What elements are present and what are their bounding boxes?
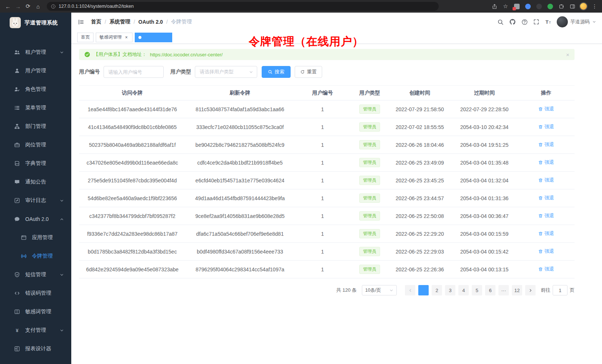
sidebar-item-dept[interactable]: 部门管理 (0, 117, 71, 136)
sidebar-item-sensitive-word[interactable]: 敏感词管理 (0, 302, 71, 321)
collapse-sidebar-icon[interactable] (78, 19, 84, 25)
page-button[interactable]: 12 (512, 285, 522, 295)
close-icon[interactable]: × (124, 35, 129, 40)
force-logout-button[interactable]: 强退 (538, 177, 554, 183)
font-size-icon[interactable]: TT (545, 19, 551, 25)
search-button[interactable]: 搜索 (262, 66, 291, 78)
force-logout-button[interactable]: 强退 (538, 230, 554, 237)
sidebar-item-report[interactable]: 报表设计器 (0, 340, 71, 358)
force-logout-button[interactable]: 强退 (538, 266, 554, 272)
extension-icon[interactable] (534, 2, 543, 11)
sidebar-item-audit-log[interactable]: 审计日志 (0, 191, 71, 210)
tab-token[interactable]: 令牌管理× (135, 33, 172, 42)
bookmark-star-icon[interactable]: ☆ (501, 2, 510, 11)
sidebar-item-app[interactable]: 应用管理 (0, 228, 71, 247)
user-id-input[interactable] (104, 66, 164, 78)
refresh-token-cell: 49d1aa46d1454fbd87591444423be9fa (186, 195, 294, 201)
breadcrumb-item[interactable]: 首页 (91, 19, 101, 25)
sidebar-item-post[interactable]: 岗位管理 (0, 136, 71, 154)
goto-page-input[interactable] (553, 285, 567, 295)
sidebar-item-label: 租户管理 (25, 49, 46, 56)
reset-button[interactable]: 重置 (295, 66, 322, 78)
page-button[interactable]: 5 (472, 285, 482, 295)
breadcrumb-item[interactable]: OAuth 2.0 (138, 19, 163, 25)
force-logout-button[interactable]: 强退 (538, 123, 554, 130)
sidebar-item-menu[interactable]: 菜单管理 (0, 99, 71, 117)
success-check-icon (84, 52, 90, 57)
next-page-button[interactable] (525, 285, 536, 295)
sidebar-item-dict[interactable]: 字典管理 (0, 154, 71, 173)
force-logout-button[interactable]: 强退 (538, 141, 554, 148)
trash-icon (538, 231, 543, 236)
sidebar-item-user[interactable]: 用户管理 (0, 62, 71, 80)
badge-icon (14, 142, 20, 148)
prev-page-button[interactable] (405, 285, 415, 295)
user-type-select[interactable]: 请选择用户类型 (195, 66, 257, 78)
force-logout-button[interactable]: 强退 (538, 212, 554, 219)
user-id-cell: 1 (294, 124, 351, 130)
list-icon (14, 105, 20, 111)
github-icon[interactable] (509, 19, 516, 25)
search-icon[interactable] (497, 19, 504, 25)
sidebar-item-token[interactable]: 令牌管理 (0, 247, 71, 265)
page-button[interactable]: 3 (445, 285, 455, 295)
browser-menu-icon[interactable]: ⋮ (590, 2, 599, 11)
sidebar-item-role[interactable]: 角色管理 (0, 80, 71, 99)
close-icon[interactable]: × (164, 35, 169, 40)
home-button[interactable]: ⌂ (33, 1, 43, 11)
chevron-down-icon (592, 20, 596, 24)
user-type-tag: 管理员 (359, 229, 380, 238)
site-info-icon[interactable] (51, 4, 56, 9)
sidebar-item-error-code[interactable]: 错误码管理 (0, 284, 71, 302)
extensions-puzzle-icon[interactable] (557, 2, 566, 11)
extension-icon[interactable] (512, 2, 521, 11)
table-row: 54d6be82ee5a460a9aedc1f9bf22365649d1aa46… (79, 189, 575, 207)
extension-icon[interactable] (523, 2, 532, 11)
refresh-token-cell: 9ce8ef2aa9f14056b831ae9b608e28d5 (186, 213, 294, 219)
pagination: 共 120 条10条/页123456···12前往页 (79, 285, 575, 295)
page-size-select[interactable]: 10条/页 (362, 285, 397, 295)
page-button[interactable]: 4 (458, 285, 469, 295)
share-icon[interactable] (490, 2, 499, 11)
forward-button[interactable]: → (13, 1, 23, 11)
search-button-label: 搜索 (275, 69, 284, 75)
sidebar-item-oauth2[interactable]: OAuth 2.0 (0, 210, 71, 228)
sidebar-item-notice[interactable]: 通知公告 (0, 173, 71, 191)
user-menu[interactable]: 芋道源码 (557, 16, 596, 27)
alert-doc-link[interactable]: https://doc.iocoder.cn/user-center/ (150, 52, 223, 57)
fullscreen-icon[interactable] (533, 19, 539, 25)
page-button[interactable]: 2 (432, 285, 442, 295)
help-icon[interactable] (521, 19, 528, 25)
back-button[interactable]: ← (3, 1, 13, 11)
page-button[interactable]: 6 (485, 285, 495, 295)
create-time-cell: 2022-07-02 18:55:55 (389, 124, 451, 130)
more-pages-button[interactable]: ··· (498, 285, 509, 295)
page-button[interactable]: 1 (418, 285, 429, 295)
browser-profile-avatar[interactable] (579, 2, 588, 11)
force-logout-button[interactable]: 强退 (538, 248, 554, 255)
extension-icon[interactable] (546, 2, 554, 11)
sidebar-item-sms[interactable]: 短信管理 (0, 265, 71, 284)
github-icon (509, 19, 516, 25)
refresh-icon (300, 70, 305, 74)
force-logout-label: 强退 (544, 106, 554, 112)
url-bar[interactable]: 127.0.0.1:1024/system/oauth2/token (47, 2, 439, 11)
app-logo[interactable]: 芋道管理系统 (0, 13, 71, 33)
expire-time-cell: 2054-03-04 01:35:48 (451, 160, 518, 166)
force-logout-button[interactable]: 强退 (538, 195, 554, 201)
tab-sensitive-word[interactable]: 敏感词管理× (96, 33, 132, 42)
force-logout-button[interactable]: 强退 (538, 106, 554, 112)
force-logout-label: 强退 (544, 230, 554, 237)
action-cell: 强退 (518, 141, 575, 148)
table-row: c342377bf8b344799dcbf7bf095287f29ce8ef2a… (79, 207, 575, 225)
user-type-cell: 管理员 (351, 229, 389, 238)
breadcrumb-item[interactable]: 系统管理 (109, 19, 130, 25)
sidebar-item-pay[interactable]: ¥支付管理 (0, 321, 71, 340)
force-logout-button[interactable]: 强退 (538, 159, 554, 166)
side-panel-icon[interactable] (568, 2, 577, 11)
alert-close-icon[interactable]: × (566, 52, 569, 57)
tab-home[interactable]: 首页 (77, 33, 94, 42)
chevron-down-icon (249, 70, 253, 74)
sidebar-item-tenant[interactable]: 租户管理 (0, 43, 71, 62)
reload-button[interactable]: ⟳ (23, 1, 33, 11)
